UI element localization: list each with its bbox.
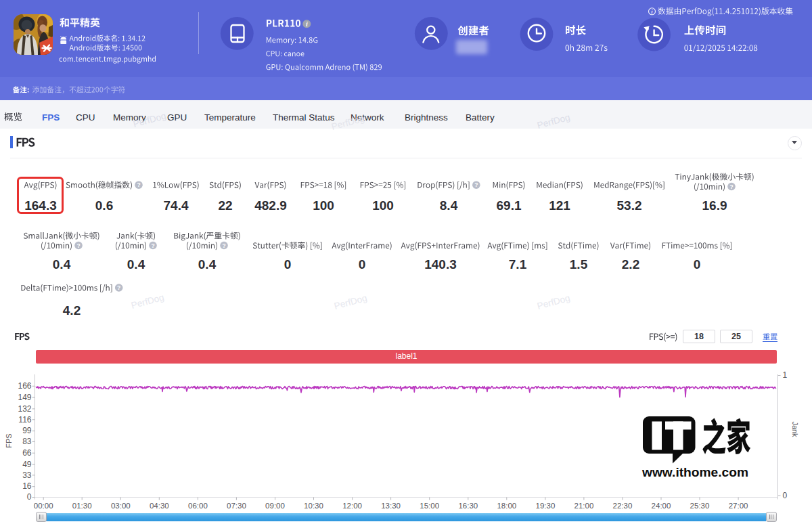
svg-text:16: 16 — [22, 481, 32, 491]
svg-text:?: ? — [474, 181, 478, 188]
svg-text:?: ? — [222, 242, 225, 249]
svg-text:03:00: 03:00 — [111, 502, 131, 510]
svg-text:99: 99 — [22, 426, 32, 435]
svg-text:18:00: 18:00 — [497, 502, 516, 510]
svg-text:0: 0 — [27, 492, 32, 502]
svg-text:15:00: 15:00 — [420, 502, 439, 510]
svg-text:06:00: 06:00 — [188, 502, 208, 510]
svg-text:22:30: 22:30 — [613, 502, 633, 510]
svg-text:132: 132 — [18, 404, 31, 414]
svg-text:24:00: 24:00 — [652, 502, 671, 510]
svg-text:12:00: 12:00 — [342, 502, 362, 510]
svg-text:25:30: 25:30 — [690, 502, 710, 510]
svg-text:04:30: 04:30 — [150, 502, 169, 510]
svg-text:?: ? — [151, 242, 154, 249]
svg-text:10:30: 10:30 — [304, 502, 323, 510]
svg-text:83: 83 — [22, 437, 32, 446]
svg-text:01:30: 01:30 — [72, 502, 92, 510]
svg-text:149: 149 — [18, 393, 31, 402]
svg-text:21:00: 21:00 — [574, 502, 594, 510]
svg-text:33: 33 — [22, 471, 32, 480]
svg-text:19:30: 19:30 — [536, 502, 556, 510]
svg-text:?: ? — [137, 181, 140, 188]
svg-text:?: ? — [76, 242, 80, 249]
svg-text:49: 49 — [22, 460, 32, 469]
svg-text:09:00: 09:00 — [265, 502, 285, 510]
svg-text:Jank: Jank — [791, 421, 799, 437]
svg-text:00:00: 00:00 — [34, 502, 53, 510]
svg-text:1: 1 — [783, 370, 788, 380]
svg-text:FPS: FPS — [5, 433, 13, 447]
svg-text:166: 166 — [18, 381, 31, 391]
svg-text:13:30: 13:30 — [381, 502, 401, 510]
svg-text:i: i — [306, 20, 308, 28]
svg-text:?: ? — [117, 284, 120, 291]
svg-text:i: i — [651, 8, 653, 15]
svg-text:?: ? — [729, 183, 733, 190]
svg-text:116: 116 — [18, 415, 31, 424]
svg-text:66: 66 — [22, 448, 32, 458]
svg-text:0: 0 — [783, 491, 788, 500]
svg-text:07:30: 07:30 — [227, 502, 246, 510]
svg-text:27:00: 27:00 — [729, 502, 748, 510]
svg-text:16:30: 16:30 — [458, 502, 478, 510]
